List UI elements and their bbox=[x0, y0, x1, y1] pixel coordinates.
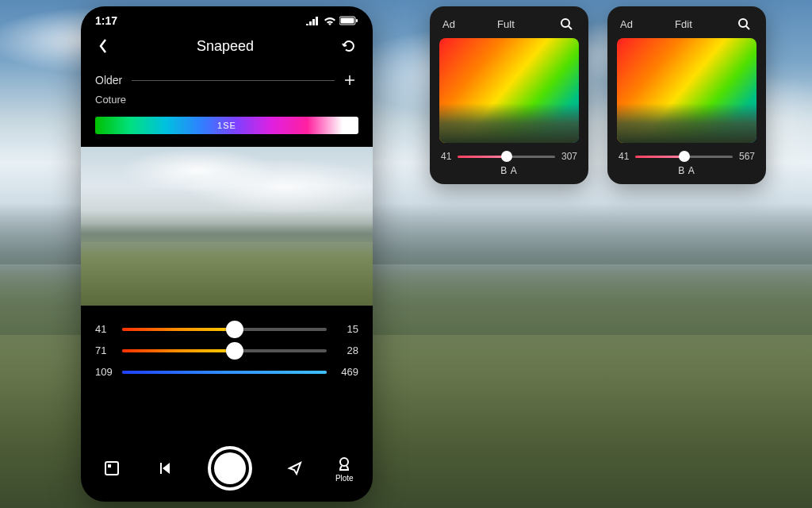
mini-b-val-left: 41 bbox=[619, 151, 629, 162]
sliders-block: 41 15 71 28 109 469 bbox=[81, 306, 373, 389]
svg-point-5 bbox=[340, 458, 348, 466]
hue-bar[interactable]: 1SE bbox=[95, 117, 358, 134]
skip-prev-icon bbox=[156, 460, 172, 476]
plus-icon bbox=[344, 75, 355, 86]
slider-1-track[interactable] bbox=[122, 328, 327, 331]
slider-row-3[interactable]: 109 469 bbox=[95, 366, 358, 378]
mini-a-val-left: 41 bbox=[441, 151, 451, 162]
mini-a-search-button[interactable] bbox=[557, 14, 576, 33]
slider-1-left: 41 bbox=[95, 323, 114, 335]
back-button[interactable] bbox=[94, 35, 113, 57]
hue-bar-label: 1SE bbox=[217, 121, 236, 130]
svg-point-7 bbox=[739, 19, 747, 27]
mini-a-slider[interactable]: 41 307 bbox=[441, 151, 577, 162]
search-icon bbox=[737, 17, 750, 30]
mini-a-gradient[interactable] bbox=[439, 38, 579, 143]
mini-b-search-button[interactable] bbox=[734, 14, 753, 33]
slider-3-fill bbox=[122, 371, 327, 374]
coture-label: Coture bbox=[95, 92, 358, 112]
mini-a-footer: B A bbox=[439, 165, 579, 176]
divider bbox=[132, 80, 335, 81]
mini-b-header: Ad Fdit bbox=[617, 14, 756, 38]
mini-b-track[interactable] bbox=[635, 156, 733, 158]
add-button[interactable] bbox=[341, 71, 358, 89]
chevron-left-icon bbox=[97, 38, 109, 54]
app-header: Snapeed bbox=[81, 30, 373, 65]
refresh-icon bbox=[341, 38, 357, 54]
search-icon bbox=[560, 17, 573, 30]
slider-1-right: 15 bbox=[335, 323, 358, 335]
mini-b-tab1[interactable]: Ad bbox=[620, 18, 633, 30]
slider-2-left: 71 bbox=[95, 344, 114, 356]
mini-panel-b: Ad Fdit 41 567 B A bbox=[607, 6, 766, 184]
photo-preview bbox=[81, 147, 373, 306]
gallery-icon bbox=[103, 460, 121, 477]
signal-icon bbox=[306, 16, 320, 25]
bottom-bar: Plote bbox=[81, 435, 373, 502]
svg-rect-4 bbox=[108, 464, 111, 468]
send-icon bbox=[287, 460, 303, 476]
mini-b-slider[interactable]: 41 567 bbox=[619, 151, 755, 162]
mini-b-gradient[interactable] bbox=[617, 38, 756, 143]
shutter-button[interactable] bbox=[205, 443, 255, 494]
status-time: 1:17 bbox=[95, 14, 117, 27]
mini-a-thumb[interactable] bbox=[501, 151, 512, 162]
slider-1-fill bbox=[122, 328, 235, 331]
plote-button[interactable]: Plote bbox=[335, 455, 354, 483]
status-bar: 1:17 bbox=[81, 6, 373, 30]
slider-2-track[interactable] bbox=[122, 349, 327, 352]
mini-b-thumb[interactable] bbox=[679, 151, 690, 162]
gallery-button[interactable] bbox=[100, 456, 124, 480]
mini-a-tab2[interactable]: Fult bbox=[497, 18, 515, 30]
slider-2-right: 28 bbox=[335, 344, 358, 356]
slider-2-fill bbox=[122, 349, 235, 352]
mini-a-val-right: 307 bbox=[561, 151, 577, 162]
slider-3-left: 109 bbox=[95, 366, 114, 378]
svg-rect-3 bbox=[105, 462, 118, 475]
mini-panel-a: Ad Fult 41 307 B A bbox=[430, 6, 588, 184]
slider-3-right: 469 bbox=[335, 366, 358, 378]
slider-row-1[interactable]: 41 15 bbox=[95, 323, 358, 335]
status-icons bbox=[306, 16, 358, 25]
app-title: Snapeed bbox=[197, 38, 254, 55]
svg-rect-2 bbox=[341, 18, 354, 24]
slider-2-thumb[interactable] bbox=[226, 342, 243, 360]
older-row[interactable]: Older bbox=[95, 68, 358, 92]
prev-button[interactable] bbox=[153, 457, 175, 479]
shutter-icon bbox=[208, 446, 252, 491]
plote-icon bbox=[335, 455, 353, 472]
mini-a-tab1[interactable]: Ad bbox=[442, 18, 455, 30]
svg-point-6 bbox=[561, 19, 569, 27]
mini-b-footer: B A bbox=[617, 165, 756, 176]
slider-1-thumb[interactable] bbox=[226, 321, 243, 338]
phone-mockup: 1:17 Snapeed Older Coture 1SE bbox=[81, 6, 373, 502]
slider-row-2[interactable]: 71 28 bbox=[95, 344, 358, 356]
refresh-button[interactable] bbox=[338, 35, 360, 57]
mini-b-tab2[interactable]: Fdit bbox=[675, 18, 692, 30]
mini-b-val-right: 567 bbox=[739, 151, 755, 162]
battery-icon bbox=[339, 16, 358, 25]
mini-a-header: Ad Fult bbox=[439, 14, 579, 38]
controls-section: Older Coture 1SE bbox=[81, 65, 373, 145]
slider-3-track[interactable] bbox=[122, 371, 327, 374]
share-button[interactable] bbox=[284, 457, 306, 479]
older-label: Older bbox=[95, 74, 122, 87]
wifi-icon bbox=[324, 16, 336, 25]
plote-label: Plote bbox=[335, 474, 354, 483]
mini-a-track[interactable] bbox=[458, 156, 555, 158]
svg-rect-1 bbox=[356, 19, 358, 22]
